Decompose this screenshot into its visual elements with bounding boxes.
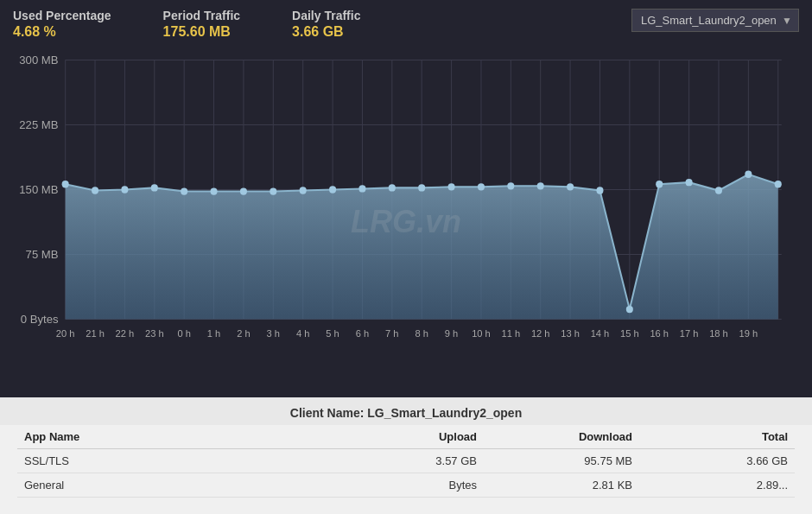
- svg-point-60: [745, 171, 752, 178]
- svg-point-47: [358, 185, 365, 192]
- cell-download: 2.81 KB: [484, 473, 639, 498]
- svg-point-53: [537, 182, 544, 189]
- table-container: App Name Upload Download Total SSL/TLS 3…: [0, 425, 812, 514]
- svg-text:20 h: 20 h: [56, 328, 75, 339]
- col-header-download: Download: [484, 425, 639, 449]
- svg-text:75 MB: 75 MB: [26, 248, 59, 261]
- svg-point-59: [715, 187, 722, 194]
- svg-point-58: [686, 179, 693, 186]
- used-percentage-stat: Used Percentage 4.68 %: [13, 9, 111, 40]
- svg-point-45: [300, 187, 307, 194]
- svg-text:4 h: 4 h: [296, 328, 309, 339]
- period-traffic-stat: Period Traffic 175.60 MB: [163, 9, 240, 40]
- svg-point-39: [121, 186, 128, 193]
- daily-traffic-label: Daily Traffic: [292, 9, 360, 22]
- svg-text:225 MB: 225 MB: [19, 117, 58, 130]
- svg-text:10 h: 10 h: [472, 328, 491, 339]
- table-row: General Bytes 2.81 KB 2.89...: [17, 473, 795, 498]
- cell-total: 3.66 GB: [639, 449, 795, 473]
- svg-text:16 h: 16 h: [650, 328, 669, 339]
- svg-text:21 h: 21 h: [86, 328, 105, 339]
- svg-point-43: [240, 187, 247, 194]
- col-header-upload: Upload: [328, 425, 484, 449]
- svg-text:3 h: 3 h: [267, 328, 280, 339]
- svg-text:1 h: 1 h: [207, 328, 220, 339]
- traffic-chart: LRG.vn: [13, 51, 799, 393]
- svg-text:19 h: 19 h: [739, 328, 758, 339]
- traffic-table: App Name Upload Download Total SSL/TLS 3…: [17, 425, 795, 498]
- chart-section: Used Percentage 4.68 % Period Traffic 17…: [0, 0, 812, 397]
- svg-text:15 h: 15 h: [620, 328, 639, 339]
- main-container: Used Percentage 4.68 % Period Traffic 17…: [0, 0, 812, 514]
- client-dropdown-container[interactable]: LG_Smart_Laundry2_open ▼: [631, 9, 799, 32]
- used-percentage-value: 4.68 %: [13, 24, 111, 40]
- svg-text:22 h: 22 h: [116, 328, 135, 339]
- svg-point-51: [478, 183, 485, 190]
- svg-text:11 h: 11 h: [502, 328, 521, 339]
- col-header-total: Total: [639, 425, 795, 449]
- svg-point-46: [329, 186, 336, 193]
- svg-point-57: [656, 181, 663, 187]
- col-header-app-name: App Name: [17, 425, 328, 449]
- cell-upload: Bytes: [328, 473, 484, 498]
- svg-text:23 h: 23 h: [145, 328, 164, 339]
- client-dropdown[interactable]: LG_Smart_Laundry2_open: [631, 9, 799, 32]
- svg-text:7 h: 7 h: [385, 328, 398, 339]
- cell-upload: 3.57 GB: [328, 449, 484, 473]
- stats-row: Used Percentage 4.68 % Period Traffic 17…: [13, 9, 799, 40]
- svg-point-49: [418, 184, 425, 191]
- svg-text:14 h: 14 h: [591, 328, 610, 339]
- period-traffic-value: 175.60 MB: [163, 24, 240, 40]
- svg-point-48: [389, 184, 396, 191]
- svg-text:12 h: 12 h: [531, 328, 550, 339]
- cell-total: 2.89...: [639, 473, 795, 498]
- svg-point-52: [507, 182, 514, 189]
- svg-point-37: [62, 181, 69, 187]
- svg-point-54: [567, 183, 574, 190]
- svg-point-44: [270, 187, 276, 194]
- chart-svg: 300 MB 225 MB 150 MB 75 MB 0 Bytes: [13, 51, 799, 393]
- svg-text:2 h: 2 h: [237, 328, 250, 339]
- svg-point-50: [448, 183, 455, 190]
- svg-point-38: [92, 187, 98, 194]
- table-header-row: App Name Upload Download Total: [17, 425, 795, 449]
- svg-text:300 MB: 300 MB: [19, 53, 58, 66]
- svg-point-40: [151, 184, 158, 191]
- svg-point-56: [626, 306, 633, 313]
- svg-text:9 h: 9 h: [445, 328, 458, 339]
- svg-point-41: [181, 187, 187, 194]
- cell-app-name: General: [17, 473, 328, 498]
- svg-text:150 MB: 150 MB: [19, 182, 58, 195]
- daily-traffic-value: 3.66 GB: [292, 24, 360, 40]
- svg-point-55: [596, 187, 603, 194]
- svg-text:13 h: 13 h: [561, 328, 580, 339]
- svg-text:0 h: 0 h: [177, 328, 190, 339]
- svg-text:0 Bytes: 0 Bytes: [21, 313, 59, 326]
- daily-traffic-stat: Daily Traffic 3.66 GB: [292, 9, 360, 40]
- period-traffic-label: Period Traffic: [163, 9, 240, 22]
- svg-text:17 h: 17 h: [680, 328, 699, 339]
- svg-text:8 h: 8 h: [415, 328, 428, 339]
- svg-marker-36: [66, 175, 778, 320]
- table-title: Client Name: LG_Smart_Laundry2_open: [0, 397, 812, 425]
- used-percentage-label: Used Percentage: [13, 9, 111, 22]
- svg-point-42: [211, 187, 218, 194]
- cell-download: 95.75 MB: [484, 449, 639, 473]
- svg-text:5 h: 5 h: [326, 328, 339, 339]
- table-section: Client Name: LG_Smart_Laundry2_open App …: [0, 397, 812, 514]
- table-row: SSL/TLS 3.57 GB 95.75 MB 3.66 GB: [17, 449, 795, 473]
- svg-text:18 h: 18 h: [709, 328, 728, 339]
- svg-point-61: [775, 181, 782, 187]
- cell-app-name: SSL/TLS: [17, 449, 328, 473]
- svg-text:6 h: 6 h: [356, 328, 369, 339]
